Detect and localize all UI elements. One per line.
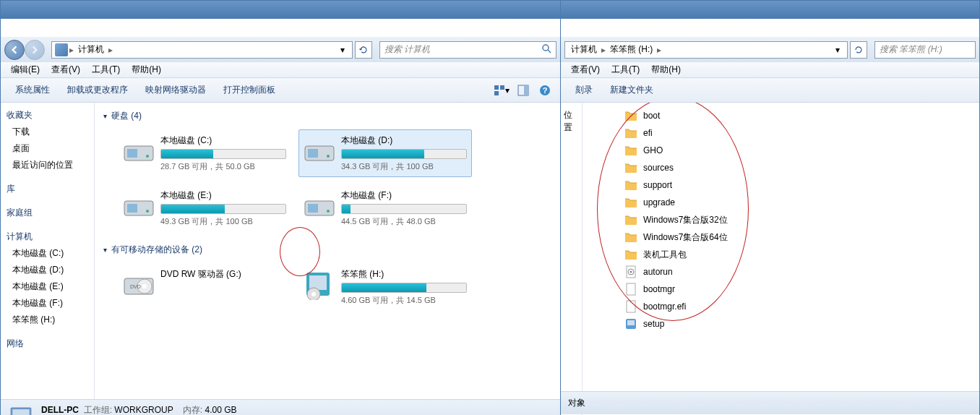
status-pc-name: DELL-PC bbox=[41, 405, 79, 415]
sidebar-drive-h[interactable]: 笨笨熊 (H:) bbox=[1, 312, 94, 328]
details-pane: 对象 bbox=[561, 391, 979, 414]
file-name: 装机工具包 bbox=[643, 249, 687, 261]
menu-bar: 查看(V) 工具(T) 帮助(H) bbox=[561, 62, 979, 78]
drive-c[interactable]: 本地磁盘 (C:)28.7 GB 可用，共 50.0 GB bbox=[118, 129, 291, 177]
drive-d[interactable]: 本地磁盘 (D:)34.3 GB 可用，共 100 GB bbox=[298, 129, 472, 177]
search-input[interactable]: 搜索 笨笨熊 (H:) bbox=[874, 41, 976, 59]
preview-pane-button[interactable] bbox=[515, 82, 531, 98]
refresh-button[interactable] bbox=[850, 41, 867, 59]
drive-free-space: 49.3 GB 可用，共 100 GB bbox=[160, 216, 286, 227]
file-item-boot[interactable]: boot bbox=[620, 107, 971, 124]
search-icon bbox=[541, 43, 551, 56]
svg-rect-17 bbox=[127, 204, 137, 213]
file-item-setup[interactable]: setup bbox=[620, 315, 971, 333]
file-icon bbox=[624, 283, 637, 296]
sidebar-network[interactable]: 网络 bbox=[1, 335, 94, 352]
file-item-GHO[interactable]: GHO bbox=[620, 142, 971, 159]
inf-icon bbox=[624, 265, 637, 278]
drive-f[interactable]: 本地磁盘 (F:)44.5 GB 可用，共 48.0 GB bbox=[298, 184, 472, 232]
external-drive-h[interactable]: 笨笨熊 (H:)4.60 GB 可用，共 14.5 GB bbox=[298, 263, 472, 311]
svg-rect-5 bbox=[494, 91, 499, 95]
drive-free-space: 34.3 GB 可用，共 100 GB bbox=[341, 161, 467, 172]
file-item-upgrade[interactable]: upgrade bbox=[620, 194, 971, 211]
breadcrumb-drive-h[interactable]: 笨笨熊 (H:) bbox=[607, 42, 656, 57]
svg-point-15 bbox=[327, 155, 330, 158]
sidebar-location[interactable]: 位置 bbox=[561, 107, 582, 136]
svg-rect-20 bbox=[308, 204, 318, 213]
help-button[interactable]: ? bbox=[537, 82, 553, 98]
navigation-pane: 位置 bbox=[561, 103, 583, 415]
file-item-support[interactable]: support bbox=[620, 176, 971, 194]
file-item-Windows7---64-[interactable]: Windows7集合版64位 bbox=[620, 228, 971, 246]
breadcrumb-computer[interactable]: 计算机 bbox=[75, 42, 107, 57]
address-bar-row: ▸ 计算机 ▸ ▾ 搜索 计算机 bbox=[1, 37, 560, 62]
menu-bar: 编辑(E) 查看(V) 工具(T) 帮助(H) bbox=[1, 62, 560, 78]
search-input[interactable]: 搜索 计算机 bbox=[379, 41, 556, 59]
sidebar-drive-d[interactable]: 本地磁盘 (D:) bbox=[1, 262, 94, 278]
drive-icon bbox=[304, 134, 335, 166]
sidebar-libraries[interactable]: 库 bbox=[1, 181, 94, 197]
drive-name: 本地磁盘 (D:) bbox=[341, 134, 467, 147]
sidebar-desktop[interactable]: 桌面 bbox=[1, 140, 94, 157]
view-options-button[interactable]: ▾ bbox=[494, 82, 510, 98]
sidebar-homegroup[interactable]: 家庭组 bbox=[1, 205, 94, 221]
address-dropdown-icon[interactable]: ▾ bbox=[831, 45, 844, 55]
address-bar[interactable]: ▸ 计算机 ▸ ▾ bbox=[51, 41, 353, 59]
svg-point-18 bbox=[146, 210, 149, 213]
explorer-window-drive-h: 计算机 ▸ 笨笨熊 (H:) ▸ ▾ 搜索 笨笨熊 (H:) 查看(V) 工具(… bbox=[560, 0, 980, 415]
burn-button[interactable]: 刻录 bbox=[568, 81, 600, 99]
svg-point-24 bbox=[142, 284, 147, 288]
search-placeholder: 搜索 计算机 bbox=[384, 43, 430, 56]
refresh-button[interactable] bbox=[355, 41, 372, 59]
navigation-pane: 收藏夹 下载 桌面 最近访问的位置 库 家庭组 计算机 本地磁盘 (C:) 本地… bbox=[1, 103, 95, 399]
control-panel-button[interactable]: 打开控制面板 bbox=[216, 81, 283, 99]
drive-icon bbox=[123, 134, 155, 166]
file-item-autorun[interactable]: autorun bbox=[620, 263, 971, 281]
sidebar-drive-e[interactable]: 本地磁盘 (E:) bbox=[1, 278, 94, 295]
map-network-drive-button[interactable]: 映射网络驱动器 bbox=[138, 81, 213, 99]
sidebar-favorites[interactable]: 收藏夹 bbox=[1, 107, 94, 124]
svg-rect-14 bbox=[308, 149, 318, 158]
drive-e[interactable]: 本地磁盘 (E:)49.3 GB 可用，共 100 GB bbox=[118, 184, 291, 232]
forward-button[interactable] bbox=[25, 40, 45, 60]
menu-edit[interactable]: 编辑(E) bbox=[5, 62, 46, 77]
address-dropdown-icon[interactable]: ▾ bbox=[336, 45, 349, 55]
file-item------[interactable]: 装机工具包 bbox=[620, 246, 971, 263]
folder-icon bbox=[624, 248, 637, 261]
sidebar-downloads[interactable]: 下载 bbox=[1, 124, 94, 140]
menu-tools[interactable]: 工具(T) bbox=[86, 62, 126, 77]
address-bar[interactable]: 计算机 ▸ 笨笨熊 (H:) ▸ ▾ bbox=[564, 41, 848, 59]
menu-tools[interactable]: 工具(T) bbox=[606, 62, 645, 77]
address-bar-row: 计算机 ▸ 笨笨熊 (H:) ▸ ▾ 搜索 笨笨熊 (H:) bbox=[561, 37, 979, 62]
command-bar: 刻录 新建文件夹 bbox=[561, 78, 979, 103]
uninstall-programs-button[interactable]: 卸载或更改程序 bbox=[60, 81, 135, 99]
group-hard-drives[interactable]: ▾硬盘 (4) bbox=[103, 107, 551, 125]
new-folder-button[interactable]: 新建文件夹 bbox=[603, 81, 661, 99]
svg-rect-38 bbox=[627, 301, 635, 312]
svg-rect-11 bbox=[127, 149, 137, 158]
search-placeholder: 搜索 笨笨熊 (H:) bbox=[880, 43, 942, 56]
dvd-drive[interactable]: DVDDVD RW 驱动器 (G:) bbox=[118, 263, 291, 311]
breadcrumb-computer[interactable]: 计算机 bbox=[568, 42, 600, 57]
file-name: sources bbox=[643, 163, 674, 173]
system-properties-button[interactable]: 系统属性 bbox=[8, 81, 57, 99]
status-workgroup: WORKGROUP bbox=[114, 405, 173, 415]
menu-view[interactable]: 查看(V) bbox=[46, 62, 86, 77]
file-name: support bbox=[643, 180, 672, 190]
file-item-sources[interactable]: sources bbox=[620, 159, 971, 176]
menu-help[interactable]: 帮助(H) bbox=[645, 62, 687, 77]
file-name: bootmgr.efi bbox=[643, 301, 686, 312]
menu-help[interactable]: 帮助(H) bbox=[126, 62, 167, 77]
file-item-efi[interactable]: efi bbox=[620, 124, 971, 142]
folder-icon bbox=[624, 109, 637, 122]
menu-view[interactable]: 查看(V) bbox=[565, 62, 606, 77]
file-item-bootmgr-efi[interactable]: bootmgr.efi bbox=[620, 298, 971, 315]
file-item-Windows7---32-[interactable]: Windows7集合版32位 bbox=[620, 211, 971, 228]
back-button[interactable] bbox=[4, 40, 25, 60]
file-item-bootmgr[interactable]: bootmgr bbox=[620, 281, 971, 298]
sidebar-drive-c[interactable]: 本地磁盘 (C:) bbox=[1, 245, 94, 262]
sidebar-computer[interactable]: 计算机 bbox=[1, 228, 94, 245]
group-removable[interactable]: ▾有可移动存储的设备 (2) bbox=[103, 241, 551, 259]
sidebar-drive-f[interactable]: 本地磁盘 (F:) bbox=[1, 295, 94, 312]
sidebar-recent[interactable]: 最近访问的位置 bbox=[1, 157, 94, 174]
